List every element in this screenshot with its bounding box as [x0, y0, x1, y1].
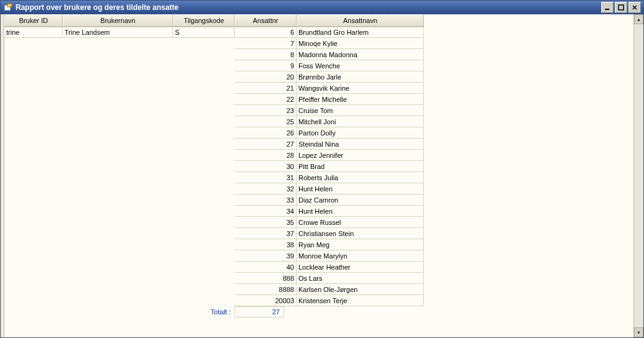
- table-row[interactable]: 23Cruise Tom: [4, 105, 633, 116]
- table-row[interactable]: 7Minoqe Kylie: [4, 38, 633, 49]
- table-row[interactable]: 27Steindal Nina: [4, 139, 633, 150]
- table-row[interactable]: 38Ryan Meg: [4, 239, 633, 250]
- table-row[interactable]: 37Christiansen Stein: [4, 228, 633, 239]
- cell-username: [63, 60, 173, 71]
- col-header-username[interactable]: Brukernavn: [63, 14, 173, 27]
- col-header-empno[interactable]: Ansattnr: [235, 14, 297, 27]
- cell-access: [173, 83, 235, 94]
- cell-username: [63, 105, 173, 116]
- cell-empno: 20: [235, 71, 297, 83]
- cell-username: Trine Landsem: [63, 27, 173, 38]
- table-row[interactable]: 28Lopez Jennifer: [4, 150, 633, 161]
- total-value: 27: [235, 306, 284, 317]
- cell-access: [173, 94, 235, 105]
- cell-empno: 28: [235, 150, 297, 161]
- table-row[interactable]: 26Parton Dolly: [4, 127, 633, 139]
- close-button[interactable]: [628, 2, 641, 13]
- table-row[interactable]: 22Pfeiffer Michelle: [4, 94, 633, 105]
- table-row[interactable]: 8888Karlsen Ole-Jørgen: [4, 284, 633, 295]
- table-footer: Totalt : 27: [4, 306, 633, 317]
- cell-userid: [4, 217, 63, 228]
- table-row[interactable]: 33Diaz Camron: [4, 194, 633, 206]
- cell-empname: Locklear Heather: [297, 262, 424, 273]
- col-header-access[interactable]: Tilgangskode: [173, 14, 235, 27]
- col-header-userid[interactable]: Bruker ID: [4, 14, 63, 27]
- table-row[interactable]: 9Foss Wenche: [4, 60, 633, 71]
- cell-userid: [4, 262, 63, 273]
- table-row[interactable]: 32Hunt Helen: [4, 183, 633, 194]
- cell-access: [173, 295, 235, 306]
- report-area: Bruker ID Brukernavn Tilgangskode Ansatt…: [4, 14, 643, 337]
- cell-username: [63, 228, 173, 239]
- table-row[interactable]: 30Pitt Brad: [4, 161, 633, 172]
- scroll-down-button[interactable]: ▼: [634, 327, 643, 337]
- cell-userid: [4, 284, 63, 295]
- table-row[interactable]: 20Brønnbo Jarle: [4, 71, 633, 83]
- cell-username: [63, 139, 173, 150]
- cell-empno: 20003: [235, 295, 297, 306]
- total-label: Totalt :: [173, 306, 235, 317]
- vertical-scrollbar[interactable]: ▲ ▼: [633, 14, 643, 337]
- cell-userid: [4, 250, 63, 262]
- cell-userid: trine: [4, 27, 63, 38]
- cell-username: [63, 49, 173, 60]
- cell-userid: [4, 161, 63, 172]
- table-row[interactable]: 21Wangsvik Karine: [4, 83, 633, 94]
- cell-username: [63, 217, 173, 228]
- report-table: Bruker ID Brukernavn Tilgangskode Ansatt…: [4, 14, 633, 317]
- cell-access: [173, 217, 235, 228]
- table-row[interactable]: 31Roberts Julia: [4, 172, 633, 183]
- cell-access: [173, 105, 235, 116]
- svg-rect-2: [605, 9, 609, 10]
- maximize-button[interactable]: [615, 2, 627, 13]
- svg-rect-1: [7, 4, 12, 7]
- cell-empname: Pfeiffer Michelle: [297, 94, 424, 105]
- cell-access: [173, 228, 235, 239]
- table-row[interactable]: 35Crowe Russel: [4, 217, 633, 228]
- col-header-empname[interactable]: Ansattnavn: [297, 14, 424, 27]
- cell-empname: Brundtland Gro Harlem: [297, 27, 424, 38]
- cell-access: [173, 127, 235, 139]
- cell-access: [173, 38, 235, 49]
- cell-access: [173, 284, 235, 295]
- cell-access: [173, 71, 235, 83]
- cell-empname: Diaz Camron: [297, 194, 424, 206]
- cell-username: [63, 127, 173, 139]
- scroll-up-button[interactable]: ▲: [634, 14, 643, 24]
- cell-empname: Minoqe Kylie: [297, 38, 424, 49]
- cell-userid: [4, 295, 63, 306]
- cell-access: [173, 116, 235, 127]
- table-row[interactable]: 40Locklear Heather: [4, 262, 633, 273]
- cell-userid: [4, 139, 63, 150]
- cell-empno: 35: [235, 217, 297, 228]
- cell-username: [63, 116, 173, 127]
- minimize-button[interactable]: [601, 2, 614, 13]
- cell-userid: [4, 49, 63, 60]
- table-row[interactable]: 20003Kristensen Terje: [4, 295, 633, 306]
- titlebar[interactable]: Rapport over brukere og deres tildelte a…: [1, 1, 643, 14]
- cell-userid: [4, 183, 63, 194]
- table-row[interactable]: 34Hunt Helen: [4, 206, 633, 217]
- cell-username: [63, 150, 173, 161]
- cell-empname: Monroe Marylyn: [297, 250, 424, 262]
- cell-userid: [4, 71, 63, 83]
- cell-access: [173, 273, 235, 284]
- table-row[interactable]: 25Mitchell Joni: [4, 116, 633, 127]
- cell-access: [173, 161, 235, 172]
- cell-userid: [4, 194, 63, 206]
- cell-empname: Hunt Helen: [297, 183, 424, 194]
- table-row[interactable]: trineTrine LandsemS6Brundtland Gro Harle…: [4, 27, 633, 38]
- cell-userid: [4, 228, 63, 239]
- cell-empno: 25: [235, 116, 297, 127]
- cell-username: [63, 71, 173, 83]
- cell-empno: 39: [235, 250, 297, 262]
- cell-username: [63, 94, 173, 105]
- cell-empno: 38: [235, 239, 297, 250]
- cell-empname: Kristensen Terje: [297, 295, 424, 306]
- table-row[interactable]: 39Monroe Marylyn: [4, 250, 633, 262]
- table-row[interactable]: 8Madonna Madonna: [4, 49, 633, 60]
- cell-empname: Pitt Brad: [297, 161, 424, 172]
- table-row[interactable]: 888Os Lars: [4, 273, 633, 284]
- cell-userid: [4, 83, 63, 94]
- cell-username: [63, 38, 173, 49]
